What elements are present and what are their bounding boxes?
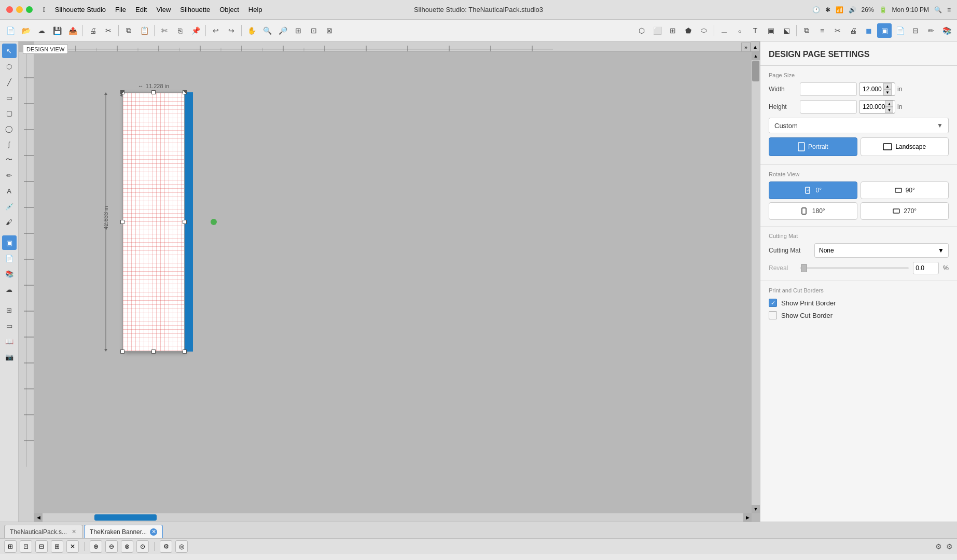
scroll-left-arrow[interactable]: ◀ [34, 513, 43, 522]
zoom-page-button[interactable]: ⊡ [307, 23, 321, 38]
menu-object[interactable]: Object [219, 6, 239, 13]
save-button[interactable]: 💾 [50, 23, 64, 38]
width-value-input[interactable]: 12.000 ▲ ▼ [859, 82, 895, 96]
status-icon-subtract[interactable]: ⊖ [105, 540, 118, 553]
lasso-tool[interactable]: ⬟ [681, 23, 696, 38]
preset-dropdown[interactable]: Custom ▼ [769, 118, 949, 133]
width-spin-up[interactable]: ▲ [883, 83, 892, 89]
text-tool-left[interactable]: A [2, 184, 17, 198]
menu-file[interactable]: File [115, 6, 126, 13]
status-icon-align[interactable]: ⊡ [20, 540, 32, 553]
print-cut-button[interactable]: ✂ [101, 23, 116, 38]
copy-button[interactable]: ⎘ [173, 23, 187, 38]
print-button[interactable]: 🖨 [86, 23, 100, 38]
zoom-out-button[interactable]: 🔎 [275, 23, 290, 38]
status-icon-target[interactable]: ◎ [175, 540, 188, 553]
tab-kraken[interactable]: TheKraken Banner... ✕ [84, 525, 163, 538]
arrange-tool[interactable]: ⧉ [799, 23, 814, 38]
freehand-tool[interactable]: 〜 [2, 152, 17, 167]
status-icon-merge[interactable]: ⊕ [90, 540, 102, 553]
copy-page-button[interactable]: ⧉ [121, 23, 136, 38]
menu-silhouette[interactable]: Silhouette [180, 6, 210, 13]
shadow-tool[interactable]: ▣ [877, 23, 892, 38]
height-spin-down[interactable]: ▼ [885, 107, 893, 113]
fill-tool[interactable]: ▣ [764, 23, 778, 38]
maximize-button[interactable] [26, 6, 33, 13]
zoom-fit-button[interactable]: ⊞ [291, 23, 306, 38]
close-button[interactable] [6, 6, 13, 13]
tab-nautical-close[interactable]: ✕ [70, 528, 77, 536]
eyedropper-tool[interactable]: 💉 [2, 199, 17, 214]
zoom-in-button[interactable]: 🔍 [260, 23, 274, 38]
paint-tool[interactable]: 🖌 [2, 215, 17, 229]
node-tool[interactable]: ⬡ [2, 59, 17, 74]
handle-bottom-right[interactable] [183, 349, 187, 354]
expand-button[interactable]: » [741, 43, 751, 52]
menu-app[interactable]: Silhouette Studio [55, 6, 106, 13]
cut-button[interactable]: ✄ [157, 23, 172, 38]
fill-panel-btn[interactable]: ▣ [2, 235, 17, 250]
undo-button[interactable]: ↩ [209, 23, 223, 38]
pointer-tool[interactable]: ↖ [2, 44, 17, 58]
menu-edit[interactable]: Edit [135, 6, 147, 13]
scroll-up[interactable]: ▲ [751, 41, 760, 52]
status-icon-intersect[interactable]: ⊗ [121, 540, 133, 553]
rotate-0-button[interactable]: ab 0° [769, 181, 857, 199]
page-panel-btn[interactable]: 📄 [2, 251, 17, 265]
height-value-input[interactable]: 120.000 ▲ ▼ [859, 100, 895, 114]
pen-tool[interactable]: ✏ [924, 23, 938, 38]
rotation-handle[interactable] [211, 219, 217, 225]
camera-btn[interactable]: 📷 [2, 349, 17, 364]
single-view-btn[interactable]: ▭ [2, 318, 17, 333]
library-tool[interactable]: 📚 [939, 23, 954, 38]
line-tool[interactable]: ╱ [2, 75, 17, 89]
grid-view-btn[interactable]: ⊞ [2, 303, 17, 317]
tab-nautical[interactable]: TheNauticalPack.s... ✕ [4, 525, 83, 538]
paste-page-button[interactable]: 📋 [137, 23, 151, 38]
menu-help[interactable]: Help [248, 6, 262, 13]
pan-button[interactable]: ✋ [244, 23, 259, 38]
width-spin-down[interactable]: ▼ [883, 89, 892, 95]
open-button[interactable]: 📂 [19, 23, 33, 38]
handle-top-left[interactable] [120, 90, 124, 94]
handle-top-right[interactable] [183, 90, 187, 94]
ellipse-tool[interactable]: ◯ [2, 121, 17, 136]
redo-button[interactable]: ↪ [224, 23, 239, 38]
align-tool[interactable]: ≡ [815, 23, 829, 38]
color-tool[interactable]: ◼ [862, 23, 876, 38]
status-icon-settings[interactable]: ⚙ [160, 540, 172, 553]
show-cut-border-checkbox[interactable] [769, 311, 777, 319]
rotate-270-button[interactable]: 270° [861, 202, 949, 220]
menu-view[interactable]: View [156, 6, 171, 13]
search-icon[interactable]: 🔍 [934, 6, 942, 13]
rotate-90-button[interactable]: 90° [861, 181, 949, 199]
menu-icon[interactable]: ≡ [947, 6, 951, 13]
show-print-border-checkbox[interactable]: ✓ [769, 299, 777, 307]
status-icon-grid[interactable]: ⊞ [4, 540, 17, 553]
width-blank-input[interactable] [800, 82, 857, 96]
scroll-thumb-v[interactable] [752, 61, 759, 81]
reveal-slider[interactable] [800, 267, 909, 269]
scroll-track-v[interactable] [752, 60, 760, 505]
text-tool[interactable]: T [748, 23, 762, 38]
handle-mid-right[interactable] [183, 220, 187, 224]
status-gear-icon[interactable]: ⚙ [935, 542, 942, 551]
handle-top-center[interactable] [151, 90, 156, 94]
zoom-sel-button[interactable]: ⊠ [322, 23, 337, 38]
lib-panel-btn[interactable]: 📚 [2, 267, 17, 281]
minimize-button[interactable] [16, 6, 23, 13]
scroll-right-arrow[interactable]: ▶ [743, 513, 752, 522]
status-icon-expand[interactable]: ⊟ [35, 540, 48, 553]
eraser-tool[interactable]: ⬦ [732, 23, 747, 38]
print-style-tool[interactable]: 🖨 [846, 23, 861, 38]
scroll-track-h[interactable] [43, 514, 743, 521]
rectangle-tool[interactable]: ▭ [2, 90, 17, 105]
handle-mid-left[interactable] [120, 220, 124, 224]
export-button[interactable]: 📤 [65, 23, 80, 38]
status-icon-group[interactable]: ⊞ [51, 540, 63, 553]
reveal-value[interactable]: 0.0 [913, 262, 939, 274]
select-tool[interactable]: ⬡ [634, 23, 649, 38]
cutting-mat-dropdown[interactable]: None ▼ [814, 243, 949, 258]
scroll-up-arrow[interactable]: ▲ [752, 52, 760, 60]
scroll-thumb-h[interactable] [94, 514, 157, 521]
